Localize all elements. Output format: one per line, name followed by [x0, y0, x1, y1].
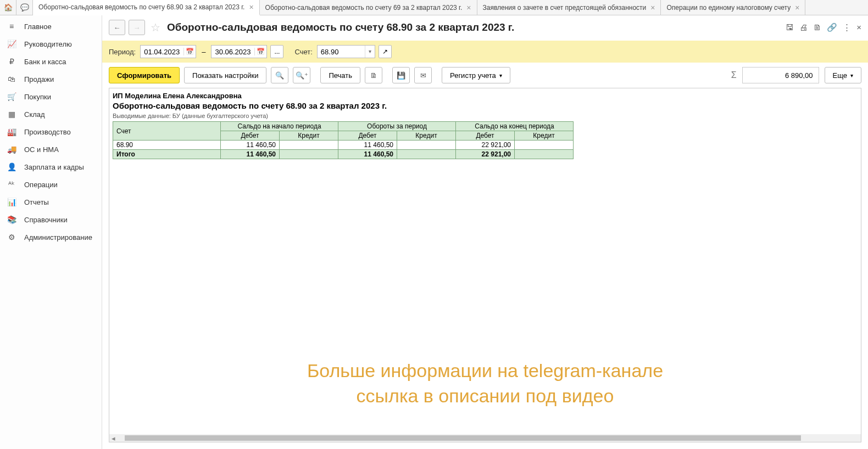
- sidebar-item-catalogs[interactable]: 📚Справочники: [0, 211, 102, 228]
- cell-total-label: Итого: [113, 150, 221, 159]
- sidebar-item-production[interactable]: 🏭Производство: [0, 123, 102, 141]
- content: ← → ☆ Оборотно-сальдовая ведомость по сч…: [102, 15, 868, 449]
- account-field[interactable]: [318, 46, 365, 58]
- horizontal-scrollbar[interactable]: ◂: [109, 434, 861, 442]
- sidebar-item-payroll[interactable]: 👤Зарплата и кадры: [0, 158, 102, 176]
- sidebar-item-main[interactable]: ≡Главное: [0, 18, 102, 35]
- cart-icon: 🛒: [7, 92, 16, 101]
- cell-total-close-credit: [515, 150, 574, 159]
- sidebar-item-bank[interactable]: ₽Банк и касса: [0, 53, 102, 70]
- more-button[interactable]: Еще: [825, 67, 861, 83]
- scroll-thumb[interactable]: [125, 435, 801, 441]
- search-refresh-icon[interactable]: 🔍⁺: [293, 67, 310, 83]
- th-credit: Кредит: [280, 131, 338, 141]
- sigma-icon: Σ: [731, 70, 737, 80]
- th-debit: Дебет: [456, 131, 515, 141]
- gear-icon: ⚙: [7, 233, 16, 242]
- tab-label: Оборотно-сальдовая ведомость по счету 68…: [38, 3, 244, 11]
- grid-icon: ▦: [7, 110, 16, 119]
- discuss-icon[interactable]: 💬: [16, 0, 33, 15]
- date-from-field[interactable]: [141, 48, 183, 56]
- calendar-icon[interactable]: 📅: [183, 48, 196, 55]
- account-label: Счет:: [294, 48, 312, 56]
- scroll-left-icon[interactable]: ◂: [109, 434, 117, 442]
- sidebar-item-manager[interactable]: 📈Руководителю: [0, 35, 102, 53]
- sidebar-item-reports[interactable]: 📊Отчеты: [0, 193, 102, 211]
- tab-label: Оборотно-сальдовая ведомость по счету 69…: [265, 4, 463, 12]
- menu-icon: ≡: [7, 22, 16, 31]
- sidebar-item-warehouse[interactable]: ▦Склад: [0, 105, 102, 123]
- sidebar-item-admin[interactable]: ⚙Администрирование: [0, 228, 102, 246]
- sidebar-item-sales[interactable]: 🛍Продажи: [0, 70, 102, 88]
- close-icon[interactable]: ×: [650, 3, 655, 12]
- sidebar-item-assets[interactable]: 🚚ОС и НМА: [0, 141, 102, 158]
- close-icon[interactable]: ×: [466, 3, 471, 12]
- sidebar-item-purchases[interactable]: 🛒Покупки: [0, 88, 102, 105]
- sidebar: ≡Главное 📈Руководителю ₽Банк и касса 🛍Пр…: [0, 15, 102, 449]
- factory-icon: 🏭: [7, 127, 16, 136]
- truck-icon: 🚚: [7, 145, 16, 154]
- show-settings-button[interactable]: Показать настройки: [184, 67, 266, 83]
- forward-button[interactable]: →: [129, 20, 145, 35]
- print-icon[interactable]: 🖨: [799, 23, 808, 32]
- email-icon[interactable]: ✉: [414, 67, 432, 83]
- preview-icon[interactable]: 🗎: [365, 67, 382, 83]
- generate-button[interactable]: Сформировать: [109, 67, 180, 83]
- th-credit: Кредит: [515, 131, 574, 141]
- bag-icon: 🛍: [7, 75, 16, 83]
- sidebar-item-label: Справочники: [24, 216, 68, 224]
- sidebar-item-label: Отчеты: [24, 198, 49, 206]
- close-icon[interactable]: ×: [249, 3, 253, 12]
- close-icon[interactable]: ×: [795, 3, 799, 12]
- sidebar-item-label: Производство: [24, 128, 71, 136]
- account-input[interactable]: ▾: [317, 45, 375, 58]
- document-icon[interactable]: 🗎: [813, 23, 821, 32]
- date-to-input[interactable]: 📅: [211, 45, 267, 58]
- report-subtitle: Выводимые данные: БУ (данные бухгалтерск…: [113, 113, 858, 119]
- tab-offset-applications[interactable]: Заявления о зачете в счет предстоящей об…: [477, 0, 661, 15]
- report-title: Оборотно-сальдовая ведомость по счету 68…: [113, 101, 858, 110]
- link-icon[interactable]: 🔗: [827, 23, 837, 32]
- tab-balance-6890[interactable]: Оборотно-сальдовая ведомость по счету 68…: [33, 0, 260, 15]
- watermark-line2: ссылка в описании под видео: [109, 384, 861, 409]
- cell-total-close-debit: 22 921,00: [456, 150, 515, 159]
- ops-icon: ᴬᵏ: [7, 180, 16, 189]
- more-label: Еще: [833, 71, 847, 80]
- star-icon[interactable]: ☆: [151, 21, 160, 34]
- title-actions: 🖫 🖨 🗎 🔗 ⋮ ×: [786, 23, 861, 32]
- print-button[interactable]: Печать: [320, 67, 360, 83]
- home-icon[interactable]: 🏠: [0, 0, 16, 15]
- kebab-icon[interactable]: ⋮: [843, 23, 851, 32]
- open-account-button[interactable]: ↗: [379, 45, 392, 58]
- th-credit: Кредит: [397, 131, 456, 141]
- report-area[interactable]: ИП Моделина Елена Александровна Оборотно…: [109, 88, 861, 442]
- date-from-input[interactable]: 📅: [140, 45, 196, 58]
- save-file-icon[interactable]: 💾: [392, 67, 410, 83]
- back-button[interactable]: ←: [109, 20, 125, 35]
- tab-balance-69[interactable]: Оборотно-сальдовая ведомость по счету 69…: [260, 0, 477, 15]
- period-picker-button[interactable]: ...: [270, 45, 283, 58]
- ruble-icon: ₽: [7, 57, 16, 66]
- cell-total-turn-credit: [397, 150, 456, 159]
- tab-label: Заявления о зачете в счет предстоящей об…: [483, 4, 647, 12]
- sidebar-item-label: Операции: [24, 181, 58, 189]
- bars-icon: 📊: [7, 198, 16, 206]
- search-icon[interactable]: 🔍: [271, 67, 288, 83]
- org-name: ИП Моделина Елена Александровна: [113, 92, 858, 100]
- title-bar: ← → ☆ Оборотно-сальдовая ведомость по сч…: [102, 15, 868, 35]
- tab-bar: 🏠 💬 Оборотно-сальдовая ведомость по счет…: [0, 0, 868, 15]
- date-to-field[interactable]: [212, 48, 254, 56]
- th-open: Сальдо на начало периода: [221, 122, 338, 131]
- register-button[interactable]: Регистр учета: [442, 67, 510, 83]
- period-label: Период:: [109, 48, 136, 56]
- calendar-icon[interactable]: 📅: [254, 48, 266, 55]
- tab-tax-account-ops[interactable]: Операции по единому налоговому счету ×: [661, 0, 805, 15]
- chevron-down-icon[interactable]: ▾: [365, 46, 375, 58]
- sidebar-item-label: Главное: [24, 23, 52, 31]
- sidebar-item-operations[interactable]: ᴬᵏОперации: [0, 176, 102, 193]
- close-icon[interactable]: ×: [856, 23, 861, 32]
- th-debit: Дебет: [221, 131, 280, 141]
- save-icon[interactable]: 🖫: [786, 23, 794, 32]
- table-row[interactable]: 68.90 11 460,50 11 460,50 22 921,00: [113, 141, 574, 150]
- table-total-row: Итого 11 460,50 11 460,50 22 921,00: [113, 150, 574, 159]
